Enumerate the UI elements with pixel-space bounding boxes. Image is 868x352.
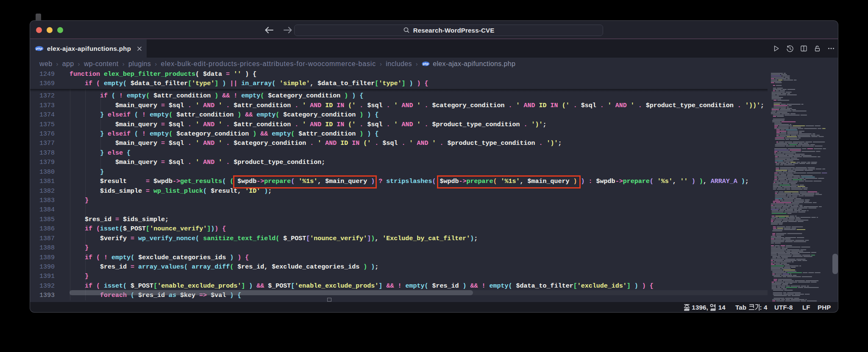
svg-text:php: php xyxy=(423,62,428,66)
svg-text:php: php xyxy=(36,47,42,50)
